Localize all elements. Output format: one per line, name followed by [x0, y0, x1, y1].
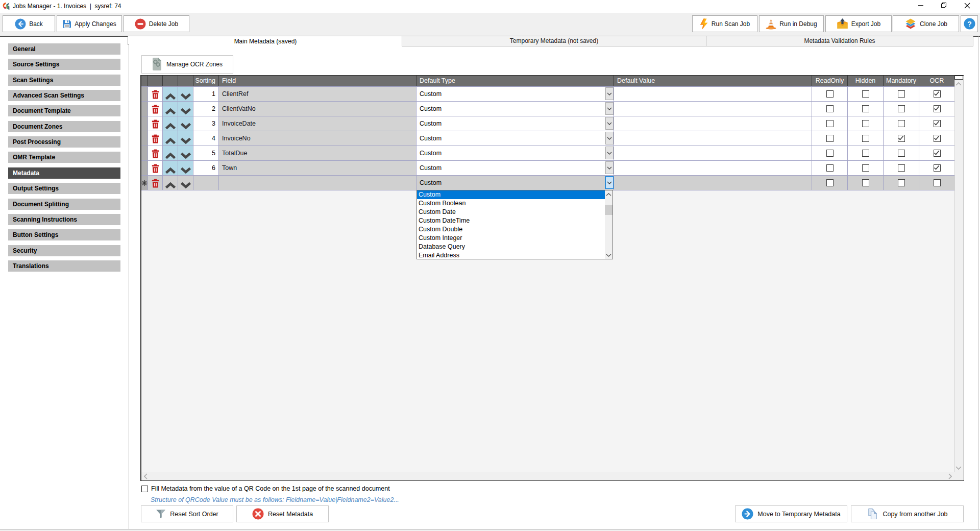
svg-text:?: ? [967, 20, 972, 28]
